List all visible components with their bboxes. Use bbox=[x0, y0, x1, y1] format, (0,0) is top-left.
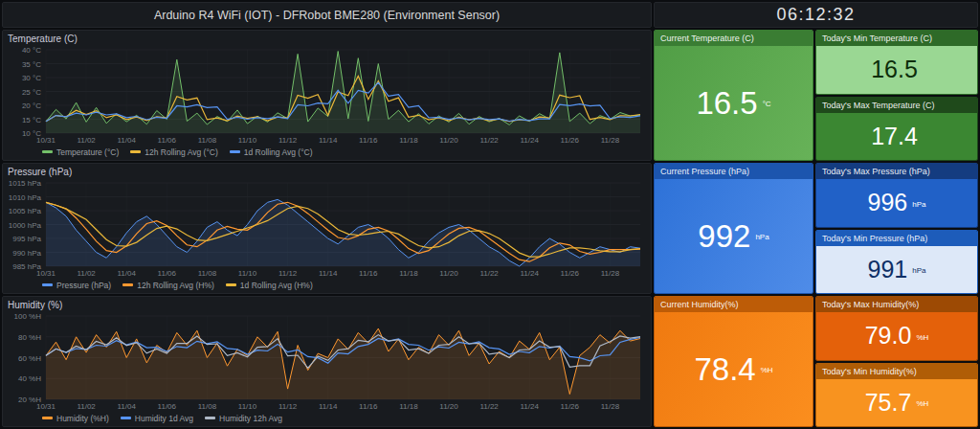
legend-label: 12h Rolling Avg (°C) bbox=[145, 147, 217, 157]
svg-text:11/16: 11/16 bbox=[359, 269, 378, 278]
svg-text:11/10: 11/10 bbox=[238, 402, 257, 411]
legend-marker bbox=[122, 283, 133, 286]
stat-title: Current Pressure (hPa) bbox=[655, 164, 813, 179]
legend-label: 1d Rolling Avg (H%) bbox=[240, 281, 313, 290]
svg-text:11/14: 11/14 bbox=[319, 402, 338, 411]
svg-text:995 hPa: 995 hPa bbox=[12, 235, 41, 243]
humidity-panel-title[interactable]: Humidity (%) bbox=[8, 300, 646, 312]
svg-text:11/12: 11/12 bbox=[278, 269, 298, 278]
legend-marker bbox=[42, 283, 53, 286]
stat-title: Current Temperature (C) bbox=[655, 31, 813, 46]
temperature-chart: 10/3111/0211/0411/0611/0811/1011/1211/14… bbox=[8, 46, 646, 146]
legend-item-humidity-1d-avg[interactable]: Humidity 1d Avg bbox=[121, 414, 193, 423]
humidity-panel: Humidity (%) 10/3111/0211/0411/0611/0811… bbox=[2, 296, 652, 427]
stat-value: 16.5 bbox=[871, 56, 918, 83]
svg-text:11/28: 11/28 bbox=[601, 402, 620, 411]
svg-text:990 hPa: 990 hPa bbox=[12, 249, 41, 258]
svg-text:1005 hPa: 1005 hPa bbox=[9, 207, 42, 215]
svg-text:100 %H: 100 %H bbox=[14, 312, 42, 321]
svg-text:20 °C: 20 °C bbox=[22, 102, 41, 110]
stat-title: Today's Min Humidity(%) bbox=[816, 364, 977, 379]
stat-unit: %H bbox=[916, 330, 928, 342]
stat-value: 17.4 bbox=[871, 123, 918, 150]
svg-text:11/04: 11/04 bbox=[117, 402, 136, 411]
svg-text:11/06: 11/06 bbox=[158, 269, 177, 278]
pressure-stat-group: Current Pressure (hPa) 992hPa Today's Ma… bbox=[654, 163, 978, 294]
legend-label: Temperature (°C) bbox=[56, 147, 119, 157]
stat-unit: hPa bbox=[912, 263, 925, 275]
stat-current-temperature: Current Temperature (C) 16.5°C bbox=[654, 30, 813, 161]
temperature-minmax: Today's Min Temperature (C) 16.5 Today's… bbox=[815, 30, 978, 161]
stat-title: Today's Min Temperature (C) bbox=[816, 31, 977, 46]
stat-current-humidity: Current Humidity(%) 78.4%H bbox=[654, 296, 813, 427]
svg-text:11/02: 11/02 bbox=[77, 402, 96, 411]
legend-label: Humidity 12h Avg bbox=[219, 414, 282, 423]
legend-item-temp-1d-avg[interactable]: 1d Rolling Avg (°C) bbox=[230, 147, 313, 157]
stat-title: Today's Min Pressure (hPa) bbox=[816, 231, 977, 246]
legend-item-humidity-12h-avg[interactable]: Humidity 12h Avg bbox=[205, 414, 282, 423]
legend-marker bbox=[226, 283, 236, 286]
legend-marker bbox=[230, 150, 240, 153]
legend-item-pressure-12h-avg[interactable]: 12h Rolling Avg (H%) bbox=[122, 281, 214, 290]
svg-text:11/08: 11/08 bbox=[198, 402, 217, 411]
svg-text:1000 hPa: 1000 hPa bbox=[9, 221, 42, 230]
legend-marker bbox=[205, 417, 215, 419]
stat-title: Current Humidity(%) bbox=[655, 297, 813, 312]
svg-text:11/06: 11/06 bbox=[158, 136, 177, 145]
svg-text:11/14: 11/14 bbox=[319, 136, 338, 145]
svg-text:11/04: 11/04 bbox=[117, 136, 136, 145]
svg-text:11/04: 11/04 bbox=[117, 269, 136, 278]
stat-max-humidity: Today's Max Humidity(%) 79.0%H bbox=[815, 296, 978, 361]
legend-item-temp-12h-avg[interactable]: 12h Rolling Avg (°C) bbox=[130, 147, 217, 157]
stat-value: 79.0 bbox=[865, 322, 912, 350]
svg-text:1010 hPa: 1010 hPa bbox=[9, 193, 42, 202]
stat-min-humidity: Today's Min Humidity(%) 75.7%H bbox=[815, 363, 978, 428]
svg-text:11/10: 11/10 bbox=[238, 136, 257, 145]
grafana-dashboard: Arduino R4 WiFi (IOT) - DFRobot BME280 (… bbox=[0, 0, 980, 429]
svg-text:30 °C: 30 °C bbox=[22, 74, 41, 82]
stat-body: 75.7%H bbox=[816, 379, 977, 427]
svg-text:11/28: 11/28 bbox=[601, 269, 620, 278]
svg-text:1015 hPa: 1015 hPa bbox=[9, 179, 42, 188]
legend-item-temperature[interactable]: Temperature (°C) bbox=[42, 147, 119, 157]
svg-text:11/12: 11/12 bbox=[278, 136, 298, 145]
svg-text:40 °C: 40 °C bbox=[22, 46, 41, 55]
svg-text:11/24: 11/24 bbox=[521, 136, 540, 145]
svg-text:11/20: 11/20 bbox=[439, 269, 458, 278]
stat-value: 75.7 bbox=[865, 389, 912, 417]
stats-column: 06:12:32 Current Temperature (C) 16.5°C … bbox=[654, 2, 978, 427]
svg-text:15 °C: 15 °C bbox=[22, 116, 41, 124]
clock-panel: 06:12:32 bbox=[654, 2, 978, 28]
svg-text:11/22: 11/22 bbox=[479, 402, 499, 411]
stat-title: Today's Max Temperature (C) bbox=[816, 98, 977, 113]
legend-item-pressure-1d-avg[interactable]: 1d Rolling Avg (H%) bbox=[226, 281, 313, 290]
temperature-stat-group: Current Temperature (C) 16.5°C Today's M… bbox=[654, 30, 978, 161]
stat-min-temperature: Today's Min Temperature (C) 16.5 bbox=[815, 30, 978, 95]
legend-item-pressure[interactable]: Pressure (hPa) bbox=[42, 281, 111, 290]
stat-value: 992 bbox=[698, 218, 750, 255]
temperature-panel-title[interactable]: Temperature (C) bbox=[8, 34, 646, 46]
stat-unit: hPa bbox=[755, 231, 768, 242]
legend-label: Humidity 1d Avg bbox=[135, 414, 193, 423]
stat-body: 991hPa bbox=[816, 246, 977, 294]
pressure-panel-title[interactable]: Pressure (hPa) bbox=[8, 167, 646, 179]
svg-text:60 %H: 60 %H bbox=[18, 354, 41, 363]
stat-body: 996hPa bbox=[816, 179, 977, 227]
legend-marker bbox=[121, 417, 131, 419]
legend-item-humidity[interactable]: Humidity (%H) bbox=[42, 414, 109, 423]
svg-text:985 hPa: 985 hPa bbox=[12, 262, 41, 271]
svg-text:40 %H: 40 %H bbox=[18, 374, 41, 383]
legend-marker bbox=[42, 417, 53, 419]
svg-text:11/28: 11/28 bbox=[601, 136, 620, 145]
legend-label: Pressure (hPa) bbox=[56, 281, 111, 290]
stat-value: 996 bbox=[868, 189, 908, 216]
humidity-legend: Humidity (%H) Humidity 1d Avg Humidity 1… bbox=[8, 412, 646, 424]
svg-text:11/14: 11/14 bbox=[319, 269, 338, 278]
stat-title: Today's Max Humidity(%) bbox=[816, 297, 977, 312]
stat-unit: %H bbox=[761, 364, 773, 375]
stat-min-pressure: Today's Min Pressure (hPa) 991hPa bbox=[815, 230, 978, 295]
stat-body: 17.4 bbox=[816, 113, 977, 161]
svg-text:11/18: 11/18 bbox=[399, 269, 418, 278]
pressure-chart: 10/3111/0211/0411/0611/0811/1011/1211/14… bbox=[8, 179, 646, 279]
svg-text:11/06: 11/06 bbox=[158, 402, 177, 411]
